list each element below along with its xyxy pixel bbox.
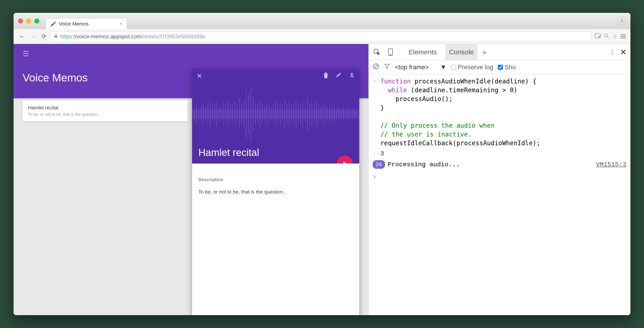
close-icon[interactable]: ✕ xyxy=(196,72,202,80)
log-count-badge: 24 xyxy=(372,160,385,169)
console-input-code: function processAudioWhenIdle(deadline) … xyxy=(380,77,540,148)
minimize-window-button[interactable] xyxy=(26,18,31,23)
svg-rect-1 xyxy=(54,36,57,37)
log-source-link[interactable]: VM1515:3 xyxy=(596,160,626,169)
waveform-visualization xyxy=(192,85,359,143)
tab-title: Voice Memos xyxy=(59,21,88,27)
kebab-icon[interactable]: ⋮ xyxy=(609,48,616,56)
detail-card: ✕ xyxy=(192,69,359,315)
clear-console-icon[interactable] xyxy=(372,63,380,71)
memo-item-subtitle: To be, or not to be, that is the questio… xyxy=(28,112,182,117)
svg-point-4 xyxy=(604,34,608,37)
download-icon[interactable] xyxy=(349,72,355,80)
user-profile-icon[interactable] xyxy=(618,17,626,25)
console-new-prompt[interactable]: › xyxy=(368,170,630,181)
console-log-row: 24 Processing audio... VM1515:3 xyxy=(368,159,630,170)
frame-select[interactable]: <top frame> ▼ xyxy=(395,64,446,71)
svg-point-83 xyxy=(390,54,391,55)
detail-body: Description To be, or not to be, that is… xyxy=(192,164,359,201)
devtools-tab-bar: Elements Console » ⋮ ✕ xyxy=(368,44,630,60)
detail-toolbar: ✕ xyxy=(196,72,355,80)
devtools-close-icon[interactable]: ✕ xyxy=(620,48,626,57)
bookmark-icon[interactable]: ☆ xyxy=(612,33,617,40)
svg-point-3 xyxy=(598,36,600,37)
memo-list-item[interactable]: Hamlet recital To be, or not to be, that… xyxy=(22,100,188,121)
play-button[interactable] xyxy=(337,156,353,164)
tab-close-icon[interactable]: × xyxy=(120,21,122,26)
toolbar-right: ☆ xyxy=(595,33,626,40)
mic-icon: 🎤 xyxy=(50,21,56,27)
tab-elements[interactable]: Elements xyxy=(405,44,440,60)
edit-icon[interactable] xyxy=(336,72,342,80)
memo-item-title: Hamlet recital xyxy=(28,105,182,111)
description-label: Description xyxy=(198,177,353,182)
lock-icon xyxy=(54,34,58,39)
maximize-window-button[interactable] xyxy=(34,18,39,23)
return-arrow-icon: ‹· xyxy=(372,149,380,158)
tab-console[interactable]: Console xyxy=(446,44,478,60)
reload-button[interactable]: ⟳ xyxy=(42,33,46,40)
browser-window: 🎤 Voice Memos × ← → ⟳ https://voice-memo… xyxy=(14,13,630,315)
inspect-icon[interactable] xyxy=(372,48,381,56)
url-text: https://voice-memos.appspot.com/details/… xyxy=(60,33,206,40)
menu-icon[interactable] xyxy=(620,34,626,38)
close-window-button[interactable] xyxy=(18,18,23,23)
zoom-icon[interactable] xyxy=(604,33,609,40)
forward-button[interactable]: → xyxy=(30,33,38,40)
browser-toolbar: ← → ⟳ https://voice-memos.appspot.com/de… xyxy=(14,29,630,44)
preserve-log-checkbox[interactable]: Preserve log xyxy=(451,64,493,71)
titlebar: 🎤 Voice Memos × xyxy=(14,13,630,29)
console-toolbar: <top frame> ▼ Preserve log Sho xyxy=(368,60,630,74)
back-button[interactable]: ← xyxy=(18,33,26,40)
input-prompt-icon: › xyxy=(372,77,380,148)
more-tabs-icon[interactable]: » xyxy=(482,48,486,56)
devtools-panel: Elements Console » ⋮ ✕ <top frame> ▼ xyxy=(368,44,630,315)
delete-icon[interactable] xyxy=(323,72,328,80)
app-pane: ☰ Voice Memos Hamlet recital To be, or n… xyxy=(14,44,368,315)
svg-point-0 xyxy=(621,19,623,21)
description-text: To be, or not to be, that is the questio… xyxy=(198,189,353,195)
hamburger-icon[interactable]: ☰ xyxy=(22,49,359,58)
show-checkbox[interactable]: Sho xyxy=(498,64,516,71)
content-area: ☰ Voice Memos Hamlet recital To be, or n… xyxy=(14,44,630,315)
device-icon[interactable] xyxy=(386,48,395,56)
svg-rect-6 xyxy=(350,76,354,77)
svg-line-5 xyxy=(607,36,608,38)
svg-line-85 xyxy=(374,65,378,68)
browser-tab[interactable]: 🎤 Voice Memos × xyxy=(46,18,127,29)
cast-icon[interactable] xyxy=(595,33,600,40)
console-body[interactable]: › function processAudioWhenIdle(deadline… xyxy=(368,74,630,315)
detail-header: ✕ xyxy=(192,69,359,164)
filter-icon[interactable] xyxy=(384,63,390,71)
console-return: ‹· 3 xyxy=(368,148,630,159)
address-bar[interactable]: https://voice-memos.appspot.com/details/… xyxy=(50,31,591,42)
detail-title: Hamlet recital xyxy=(198,147,259,158)
traffic-lights xyxy=(18,18,39,23)
chevron-down-icon: ▼ xyxy=(440,64,446,71)
log-message: Processing audio... xyxy=(388,160,460,169)
